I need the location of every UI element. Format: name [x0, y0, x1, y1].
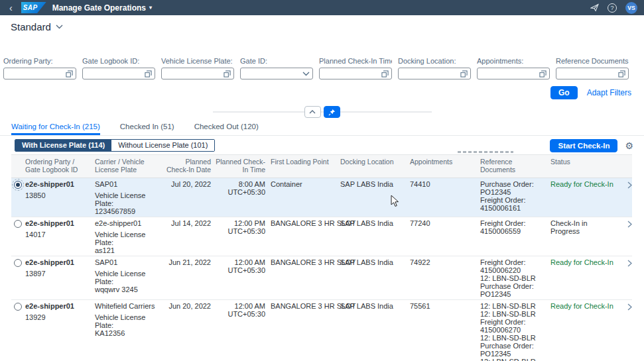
docking-location: SAP LABS India — [340, 302, 410, 361]
segmented-button[interactable]: With License Plate (114) — [15, 140, 111, 151]
filter-input[interactable] — [240, 68, 313, 79]
carrier: SAP01 — [95, 180, 161, 188]
reference-documents: 12: LBN-SD-BLR12: LBN-SD-BLRFreight Orde… — [480, 302, 550, 361]
row-navigation-chevron-icon[interactable] — [620, 302, 632, 361]
filter-field: Appointments: — [477, 57, 550, 79]
filter-label: Vehicle License Plate: — [161, 57, 234, 65]
value-help-icon[interactable] — [66, 70, 73, 77]
status-text: Check-In in Progress — [550, 219, 620, 254]
vehicle-plate-label: Vehicle License Plate: — [95, 313, 161, 329]
sap-logo[interactable]: SAP — [21, 2, 46, 13]
column-header[interactable]: Reference Documents — [480, 158, 550, 174]
variant-name: Standard — [11, 21, 51, 32]
title-caret-icon: ▾ — [149, 5, 152, 11]
table-row[interactable]: e2e-shipper01 13929 Whitefield Carriers … — [11, 300, 632, 361]
status-text: Ready for Check-In — [550, 258, 620, 298]
column-header[interactable]: Appointments — [410, 158, 480, 174]
dropdown-chevron-icon[interactable] — [302, 72, 310, 76]
reference-documents: Freight Order: 415000622012: LBN-SD-BLRP… — [480, 258, 550, 298]
license-plate-segmented-control: With License Plate (114)Without License … — [15, 139, 215, 152]
start-checkin-button[interactable]: Start Check-In — [550, 139, 617, 152]
column-header[interactable]: Carrier / Vehicle License Plate — [95, 158, 166, 174]
row-select-radio[interactable] — [14, 259, 22, 267]
adapt-filters-link[interactable]: Adapt Filters — [587, 88, 631, 97]
filter-input[interactable] — [477, 68, 550, 79]
planned-checkin-time: 12:00 PMUTC+05:30 — [212, 219, 267, 254]
value-help-icon[interactable] — [381, 70, 389, 77]
carrier: e2e-shipper01 — [95, 219, 161, 227]
value-help-icon[interactable] — [460, 70, 468, 77]
status-text: Ready for Check-In — [550, 180, 620, 215]
row-select-radio[interactable] — [14, 220, 22, 228]
gate-logbook-id: 13929 — [25, 313, 90, 321]
table-settings-gear-icon[interactable]: ⚙ — [625, 141, 633, 150]
header-collapse-strip — [0, 103, 644, 121]
filter-field: Gate Logbook ID: — [82, 57, 155, 79]
appointments: 77240 — [410, 219, 480, 254]
app-title-menu[interactable]: Manage Gate Operations ▾ — [52, 3, 152, 13]
assistant-icon[interactable] — [590, 3, 599, 12]
column-header[interactable]: Planned Check-In Date — [166, 158, 212, 174]
column-header[interactable]: First Loading Point — [267, 158, 340, 174]
vehicle-plate-label: Vehicle License Plate: — [95, 191, 161, 207]
column-header[interactable]: Ordering Party / Gate Logbook ID — [25, 158, 95, 174]
reference-documents: Purchase Order: PO12345Freight Order: 41… — [480, 180, 550, 215]
appointments: 74410 — [410, 180, 480, 215]
row-navigation-chevron-icon[interactable] — [620, 258, 632, 298]
column-header[interactable]: Docking Location — [340, 158, 410, 174]
filter-input[interactable] — [556, 68, 629, 79]
vehicle-plate-value: as121 — [95, 246, 161, 254]
table-row[interactable]: e2e-shipper01 13897 SAP01 Vehicle Licens… — [11, 256, 632, 300]
vehicle-plate-label: Vehicle License Plate: — [95, 231, 161, 246]
value-help-icon[interactable] — [145, 70, 152, 77]
value-help-icon[interactable] — [618, 70, 625, 77]
row-select-radio[interactable] — [14, 303, 22, 311]
filter-field: Reference Documents: — [556, 57, 629, 79]
back-icon[interactable]: ‹ — [7, 3, 15, 13]
tab[interactable]: Checked In (51) — [120, 121, 174, 135]
value-help-icon[interactable] — [539, 70, 547, 77]
variant-selector[interactable]: Standard — [11, 21, 63, 32]
carrier: SAP01 — [95, 258, 161, 266]
tab[interactable]: Waiting for Check-In (215) — [11, 121, 100, 135]
filter-label: Appointments: — [477, 57, 550, 65]
row-navigation-chevron-icon[interactable] — [620, 180, 632, 215]
filter-field: Planned Check-In Time: — [319, 57, 392, 79]
chevron-up-icon — [309, 110, 316, 114]
shell-bar: ‹ SAP Manage Gate Operations ▾ ? VS — [0, 0, 644, 15]
gate-logbook-id: 13897 — [25, 270, 90, 278]
table-row[interactable]: e2e-shipper01 13850 SAP01 Vehicle Licens… — [11, 178, 632, 217]
column-header[interactable]: Status — [550, 158, 620, 174]
first-loading-point: BANGALORE 3 HR SLOT — [267, 219, 340, 254]
gate-logbook-table: Ordering Party / Gate Logbook IDCarrier … — [11, 154, 632, 361]
collapse-header-button[interactable] — [304, 106, 321, 118]
tab[interactable]: Checked Out (120) — [194, 121, 259, 135]
avatar[interactable]: VS — [625, 2, 637, 14]
filter-actions: Go Adapt Filters — [0, 86, 644, 99]
table-row[interactable]: e2e-shipper01 14017 e2e-shipper01 Vehicl… — [11, 217, 632, 256]
filter-input[interactable] — [82, 68, 155, 79]
ordering-party: e2e-shipper01 — [25, 180, 90, 188]
row-navigation-chevron-icon[interactable] — [620, 219, 632, 254]
column-header[interactable]: Planned Check-In Time — [212, 158, 267, 174]
filter-input[interactable] — [319, 68, 392, 79]
planned-checkin-time: 12:00 AMUTC+05:30 — [212, 302, 267, 361]
row-select-radio[interactable] — [14, 181, 22, 189]
reference-documents: Freight Order: 4150006559 — [480, 219, 550, 254]
vehicle-plate-label: Vehicle License Plate: — [95, 270, 161, 285]
vehicle-plate-value: wqqwrv 3245 — [95, 285, 161, 293]
gate-logbook-id: 13850 — [25, 191, 90, 199]
appointments: 74922 — [410, 258, 480, 298]
ordering-party: e2e-shipper01 — [25, 219, 90, 227]
segmented-button[interactable]: Without License Plate (101) — [111, 140, 214, 151]
planned-checkin-date: Jun 21, 2022 — [166, 258, 212, 298]
table-toolbar: With License Plate (114)Without License … — [0, 136, 644, 154]
filter-input[interactable] — [398, 68, 471, 79]
value-help-icon[interactable] — [224, 70, 231, 77]
filter-input[interactable] — [161, 68, 234, 79]
pin-header-button[interactable] — [324, 106, 340, 118]
status-text: Ready for Check-In — [550, 302, 620, 361]
help-icon[interactable]: ? — [608, 3, 617, 13]
go-button[interactable]: Go — [550, 86, 578, 99]
filter-input[interactable] — [3, 68, 76, 79]
